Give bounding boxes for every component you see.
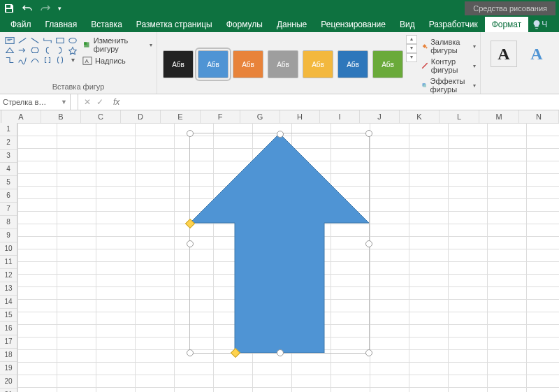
col-header-E[interactable]: E xyxy=(161,110,201,123)
row-header-20[interactable]: 20 xyxy=(0,375,17,389)
resize-handle-mr[interactable] xyxy=(365,240,372,247)
name-box[interactable]: Стрелка в… ▼ xyxy=(0,94,71,110)
shape-bracket-icon[interactable] xyxy=(42,56,53,64)
row-header-10[interactable]: 10 xyxy=(0,242,17,256)
row-header-15[interactable]: 15 xyxy=(0,309,17,322)
shape-textbox-icon[interactable] xyxy=(4,36,15,45)
tab-view[interactable]: Вид xyxy=(393,17,422,32)
resize-handle-bl[interactable] xyxy=(187,349,194,356)
shape-star-icon[interactable] xyxy=(67,46,78,55)
tab-review[interactable]: Рецензирование xyxy=(314,17,393,32)
col-header-M[interactable]: M xyxy=(479,110,519,123)
qat-customize-icon[interactable]: ▾ xyxy=(58,5,61,12)
shape-rect-icon[interactable] xyxy=(55,36,66,45)
shape-lbrace-icon[interactable] xyxy=(42,46,53,55)
shape-outline-button[interactable]: Контур фигуры▾ xyxy=(421,57,476,74)
col-header-J[interactable]: J xyxy=(360,110,400,123)
row-header-17[interactable]: 17 xyxy=(0,335,17,349)
arrow-up-shape[interactable] xyxy=(190,133,369,353)
row-header-8[interactable]: 8 xyxy=(0,216,17,229)
undo-icon[interactable] xyxy=(22,3,33,14)
style-swatch-4[interactable]: Абв xyxy=(303,50,333,78)
tab-developer[interactable]: Разработчик xyxy=(422,17,485,32)
shape-triangle-icon[interactable] xyxy=(4,46,15,55)
gallery-more-icon[interactable]: ▾ xyxy=(406,53,417,62)
resize-handle-mb[interactable] xyxy=(277,349,284,356)
col-header-G[interactable]: G xyxy=(240,110,280,123)
row-header-12[interactable]: 12 xyxy=(0,269,17,282)
shape-hex-icon[interactable] xyxy=(29,46,41,55)
gallery-scroll[interactable]: ▴ ▾ ▾ xyxy=(406,35,417,94)
col-header-I[interactable]: I xyxy=(320,110,360,123)
shape-rbrace-icon[interactable] xyxy=(55,46,66,55)
cells-area[interactable] xyxy=(17,123,559,392)
resize-handle-br[interactable] xyxy=(365,349,372,356)
row-header-14[interactable]: 14 xyxy=(0,296,17,309)
fx-icon[interactable]: fx xyxy=(109,97,124,107)
shape-line2-icon[interactable] xyxy=(29,36,41,45)
col-header-C[interactable]: C xyxy=(81,110,121,123)
shape-elbow-icon[interactable] xyxy=(4,56,15,64)
resize-handle-ml[interactable] xyxy=(187,240,194,247)
shape-selection[interactable] xyxy=(189,133,370,354)
shape-more-icon[interactable]: ▾ xyxy=(67,56,78,64)
wordart-style-1[interactable]: A xyxy=(491,41,517,67)
row-header-21[interactable]: 21 xyxy=(0,389,17,392)
shape-effects-button[interactable]: Эффекты фигуры▾ xyxy=(421,77,476,94)
style-swatch-3[interactable]: Абв xyxy=(268,50,298,78)
row-header-6[interactable]: 6 xyxy=(0,189,17,203)
col-header-D[interactable]: D xyxy=(121,110,161,123)
row-header-11[interactable]: 11 xyxy=(0,256,17,269)
rotate-handle[interactable] xyxy=(277,131,284,138)
redo-icon[interactable] xyxy=(40,3,51,14)
shapes-gallery[interactable]: ▾ xyxy=(4,35,78,66)
shape-brace2-icon[interactable] xyxy=(55,56,66,64)
row-header-3[interactable]: 3 xyxy=(0,150,17,163)
scroll-down-icon[interactable]: ▾ xyxy=(406,44,417,53)
wordart-style-2[interactable]: A xyxy=(524,41,549,66)
row-header-18[interactable]: 18 xyxy=(0,349,17,362)
row-header-4[interactable]: 4 xyxy=(0,163,17,176)
style-swatch-1[interactable]: Абв xyxy=(198,50,228,78)
shape-fill-button[interactable]: Заливка фигуры▾ xyxy=(421,38,476,55)
row-header-13[interactable]: 13 xyxy=(0,282,17,296)
tab-file[interactable]: Файл xyxy=(3,17,38,32)
shape-line-icon[interactable] xyxy=(17,36,28,45)
scroll-up-icon[interactable]: ▴ xyxy=(406,35,417,44)
shape-connector-icon[interactable] xyxy=(42,36,53,45)
chevron-down-icon[interactable]: ▼ xyxy=(61,99,67,106)
col-header-F[interactable]: F xyxy=(201,110,240,123)
col-header-A[interactable]: A xyxy=(1,110,41,123)
row-header-2[interactable]: 2 xyxy=(0,136,17,150)
tab-home[interactable]: Главная xyxy=(38,17,85,32)
enter-formula-icon[interactable]: ✓ xyxy=(96,97,103,107)
edit-shape-button[interactable]: Изменить фигуру▾ xyxy=(82,36,152,53)
shape-curve-icon[interactable] xyxy=(29,56,41,64)
style-swatch-5[interactable]: Абв xyxy=(337,50,368,78)
text-box-button[interactable]: A Надпись xyxy=(82,56,152,66)
style-swatch-6[interactable]: Абв xyxy=(372,50,403,78)
tab-format[interactable]: Формат xyxy=(485,17,529,32)
row-header-5[interactable]: 5 xyxy=(0,176,17,189)
tab-formulas[interactable]: Формулы xyxy=(219,17,270,32)
row-header-19[interactable]: 19 xyxy=(0,362,17,375)
shape-arrow-icon[interactable] xyxy=(17,46,28,55)
shape-freeform-icon[interactable] xyxy=(17,56,28,64)
row-header-1[interactable]: 1 xyxy=(0,123,17,136)
cancel-formula-icon[interactable]: ✕ xyxy=(84,97,91,107)
col-header-H[interactable]: H xyxy=(280,110,320,123)
row-header-16[interactable]: 16 xyxy=(0,322,17,335)
tab-page-layout[interactable]: Разметка страницы xyxy=(129,17,219,32)
col-header-N[interactable]: N xyxy=(519,110,559,123)
shape-oval-icon[interactable] xyxy=(67,36,78,45)
save-icon[interactable] xyxy=(3,3,15,14)
tab-insert[interactable]: Вставка xyxy=(84,17,129,32)
tab-data[interactable]: Данные xyxy=(270,17,314,32)
row-header-9[interactable]: 9 xyxy=(0,229,17,242)
formula-input[interactable] xyxy=(124,94,559,110)
tell-me[interactable]: Ч xyxy=(532,17,547,32)
style-swatch-2[interactable]: Абв xyxy=(233,50,263,78)
col-header-K[interactable]: K xyxy=(400,110,440,123)
col-header-L[interactable]: L xyxy=(440,110,479,123)
col-header-B[interactable]: B xyxy=(41,110,81,123)
